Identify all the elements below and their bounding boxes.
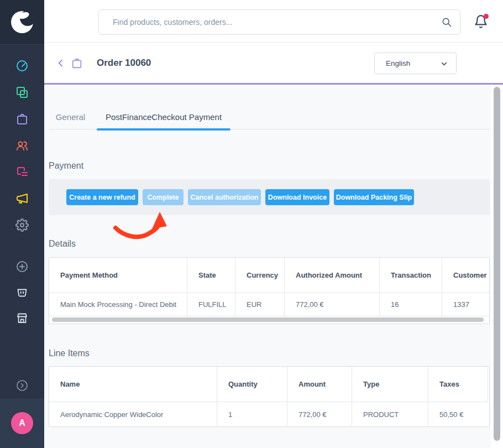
sidebar-item-orders[interactable] bbox=[14, 111, 30, 127]
tab-general[interactable]: General bbox=[49, 105, 92, 129]
shopware-logo-icon bbox=[9, 9, 35, 35]
content-area: General PostFinanceCheckout Payment Paym… bbox=[44, 85, 503, 448]
sidebar-item-content[interactable] bbox=[14, 164, 30, 180]
line-items-cell-type: PRODUCT bbox=[352, 402, 428, 426]
details-cell-payment-method: Main Mock Processing - Direct Debit bbox=[49, 293, 187, 316]
line-items-cell-amount: 772,00 € bbox=[287, 402, 352, 426]
line-items-col-type: Type bbox=[352, 367, 428, 402]
basket-icon bbox=[15, 285, 29, 298]
pages-icon bbox=[15, 165, 29, 179]
chevron-right-circle-icon bbox=[15, 379, 29, 392]
payment-actions-card: Create a new refund Complete Cancel auth… bbox=[49, 179, 490, 215]
details-horizontal-scrollbar[interactable] bbox=[52, 317, 484, 322]
tab-bar: General PostFinanceCheckout Payment bbox=[49, 105, 490, 129]
details-col-customer: Customer bbox=[442, 258, 490, 293]
details-table-grid: Payment Method State Currency Authorized… bbox=[49, 258, 490, 316]
download-invoice-button[interactable]: Download Invoice bbox=[265, 189, 329, 205]
download-packing-slip-button[interactable]: Download Packing Slip bbox=[334, 189, 414, 205]
line-items-col-quantity: Quantity bbox=[217, 367, 287, 402]
overlapping-squares-icon bbox=[15, 86, 29, 99]
content-scrollbar-track bbox=[491, 85, 503, 448]
users-icon bbox=[15, 139, 29, 152]
details-cell-authorized-amount: 772,00 € bbox=[285, 293, 380, 316]
details-col-currency: Currency bbox=[235, 258, 285, 293]
avatar[interactable]: A bbox=[11, 412, 33, 434]
notifications-button[interactable] bbox=[474, 14, 489, 30]
shopware-admin-window: A Order 10060 English bbox=[0, 0, 503, 448]
payment-section-heading: Payment bbox=[49, 161, 83, 171]
sidebar-item-settings[interactable] bbox=[14, 217, 30, 233]
chevron-left-icon bbox=[55, 58, 66, 69]
sidebar: A bbox=[0, 0, 44, 448]
search-input[interactable] bbox=[99, 10, 460, 34]
details-cell-customer: 1337 bbox=[442, 293, 490, 316]
gauge-icon bbox=[15, 59, 29, 72]
line-items-col-name: Name bbox=[49, 367, 217, 402]
cancel-authorization-button[interactable]: Cancel authorization bbox=[188, 189, 261, 205]
sidebar-item-add-extension[interactable] bbox=[14, 259, 30, 274]
avatar-initial: A bbox=[19, 418, 25, 428]
sidebar-expand-button[interactable] bbox=[14, 378, 30, 393]
content-scrollbar-thumb[interactable] bbox=[494, 87, 500, 441]
details-cell-state: FULFILL bbox=[187, 293, 235, 316]
details-col-payment-method: Payment Method bbox=[49, 258, 187, 293]
back-button[interactable] bbox=[55, 53, 66, 73]
line-items-cell-quantity: 1 bbox=[217, 402, 287, 426]
line-items-cell-taxes: 50,50 € bbox=[428, 402, 488, 426]
notification-badge bbox=[484, 14, 489, 19]
sidebar-user-section: A bbox=[0, 398, 44, 448]
details-col-transaction: Transaction bbox=[380, 258, 442, 293]
sidebar-item-storefront[interactable] bbox=[14, 310, 30, 326]
line-items-table-grid: Name Quantity Amount Type Taxes Aerodyna… bbox=[49, 367, 488, 426]
line-items-table: Name Quantity Amount Type Taxes Aerodyna… bbox=[49, 366, 490, 427]
sidebar-item-catalogues[interactable] bbox=[14, 85, 30, 100]
gear-icon bbox=[15, 218, 29, 232]
details-col-state: State bbox=[187, 258, 235, 293]
complete-button[interactable]: Complete bbox=[143, 189, 184, 205]
global-search bbox=[98, 9, 460, 35]
language-selector[interactable]: English bbox=[374, 53, 457, 74]
tab-postfinancecheckout-payment[interactable]: PostFinanceCheckout Payment bbox=[97, 105, 230, 129]
details-cell-transaction: 16 bbox=[380, 293, 442, 316]
sidebar-item-dashboard[interactable] bbox=[14, 58, 30, 74]
create-refund-button[interactable]: Create a new refund bbox=[66, 189, 138, 205]
line-items-col-amount: Amount bbox=[287, 367, 352, 402]
megaphone-icon bbox=[15, 192, 29, 205]
sidebar-item-customers[interactable] bbox=[14, 138, 30, 153]
details-col-authorized-amount: Authorized Amount bbox=[285, 258, 380, 293]
topbar bbox=[44, 0, 503, 43]
logo-block[interactable] bbox=[0, 0, 44, 45]
details-section-heading: Details bbox=[49, 239, 76, 249]
details-table: Payment Method State Currency Authorized… bbox=[49, 257, 490, 324]
plus-circle-icon bbox=[15, 260, 29, 273]
magnifier-icon[interactable] bbox=[441, 17, 452, 28]
sidebar-item-basket[interactable] bbox=[14, 284, 30, 299]
smart-bar: Order 10060 English bbox=[44, 43, 503, 85]
shopping-bag-icon bbox=[71, 57, 83, 69]
line-items-cell-name: Aerodynamic Copper WideColor bbox=[49, 402, 217, 426]
active-tab-underline bbox=[97, 128, 230, 131]
sidebar-item-marketing[interactable] bbox=[14, 191, 30, 206]
line-items-col-taxes: Taxes bbox=[428, 367, 488, 402]
line-items-section-heading: Line Items bbox=[49, 348, 90, 358]
store-icon bbox=[15, 311, 29, 325]
details-cell-currency: EUR bbox=[235, 293, 285, 316]
chevron-down-icon bbox=[440, 60, 448, 68]
shopping-bag-icon bbox=[15, 112, 29, 126]
language-selector-value: English bbox=[386, 59, 410, 67]
page-title: Order 10060 bbox=[97, 58, 151, 69]
